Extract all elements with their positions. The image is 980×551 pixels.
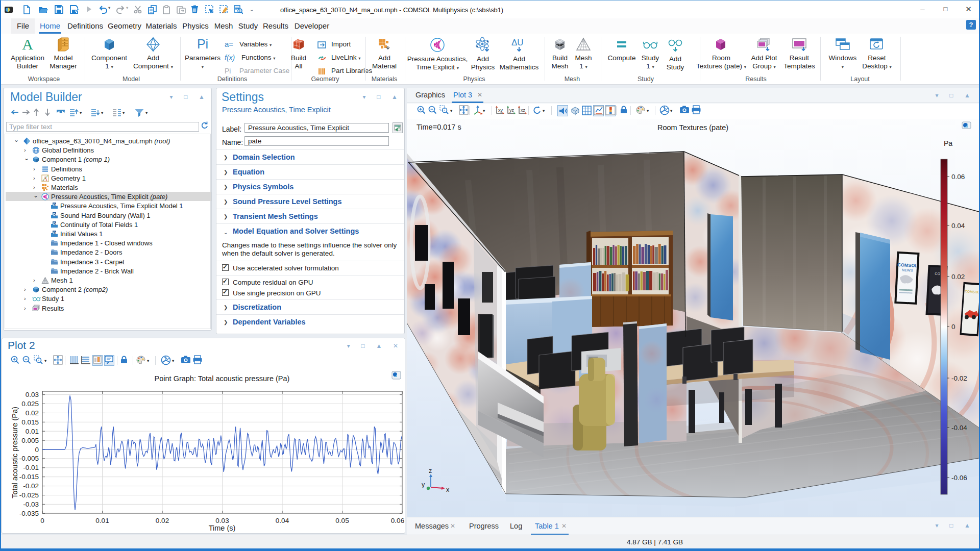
svg-text:D: D <box>53 212 56 216</box>
svg-text:-0.035: -0.035 <box>19 510 39 517</box>
svg-text:-0.01: -0.01 <box>23 464 39 471</box>
svg-text:-0.02: -0.02 <box>951 374 967 382</box>
svg-text:z: z <box>429 467 432 474</box>
svg-text:0.04: 0.04 <box>951 222 965 230</box>
svg-text:0.02: 0.02 <box>156 517 169 524</box>
svg-text:Total acoustic pressure (Pa): Total acoustic pressure (Pa) <box>11 407 19 498</box>
svg-text:COMSOL: COMSOL <box>897 262 918 268</box>
svg-text:-0.06: -0.06 <box>951 474 967 482</box>
svg-text:0.01: 0.01 <box>26 428 39 435</box>
svg-text:0: 0 <box>35 446 39 454</box>
svg-text:-0.03: -0.03 <box>23 500 39 508</box>
svg-text:Time (s): Time (s) <box>209 524 236 532</box>
svg-text:NEWS: NEWS <box>902 268 913 272</box>
svg-text:0.025: 0.025 <box>21 400 39 408</box>
svg-text:-0.015: -0.015 <box>19 473 39 481</box>
svg-text:0: 0 <box>951 323 955 331</box>
svg-text:xy: xy <box>498 108 503 113</box>
svg-text:x: x <box>446 486 450 493</box>
svg-text:f(x): f(x) <box>225 54 235 62</box>
svg-text:y: y <box>422 481 425 488</box>
svg-text:D: D <box>53 203 56 207</box>
svg-text:0.06: 0.06 <box>951 173 965 181</box>
svg-text:Pa: Pa <box>944 139 952 147</box>
svg-text:ΔU: ΔU <box>511 38 524 47</box>
svg-text:Pi: Pi <box>197 37 208 51</box>
svg-text:0.02: 0.02 <box>26 409 39 417</box>
svg-text:-0.04: -0.04 <box>951 424 967 432</box>
svg-text:0.05: 0.05 <box>335 517 349 524</box>
svg-text:xz: xz <box>521 108 526 113</box>
svg-text:0.015: 0.015 <box>21 418 39 426</box>
svg-text:Point Graph: Total acoustic pr: Point Graph: Total acoustic pressure (Pa… <box>155 374 290 383</box>
svg-text:-0.02: -0.02 <box>23 482 39 490</box>
svg-text:Pi: Pi <box>225 67 231 75</box>
svg-text:yz: yz <box>509 108 514 113</box>
svg-text:0.005: 0.005 <box>21 437 39 444</box>
svg-text:D: D <box>53 231 56 235</box>
svg-text:A: A <box>22 37 33 52</box>
svg-text:0.06: 0.06 <box>391 517 404 524</box>
svg-text:0.03: 0.03 <box>215 517 229 524</box>
svg-text:-0.005: -0.005 <box>19 455 39 462</box>
svg-text:0.02: 0.02 <box>951 273 965 281</box>
svg-text:D: D <box>53 221 56 225</box>
svg-text:0: 0 <box>40 517 44 524</box>
svg-text:0.04: 0.04 <box>276 517 289 524</box>
svg-text:CO: CO <box>935 272 940 276</box>
svg-text:0.03: 0.03 <box>26 391 39 398</box>
svg-text:0.01: 0.01 <box>95 517 109 524</box>
svg-text:-0.025: -0.025 <box>19 491 39 499</box>
svg-text:a=: a= <box>225 40 233 48</box>
